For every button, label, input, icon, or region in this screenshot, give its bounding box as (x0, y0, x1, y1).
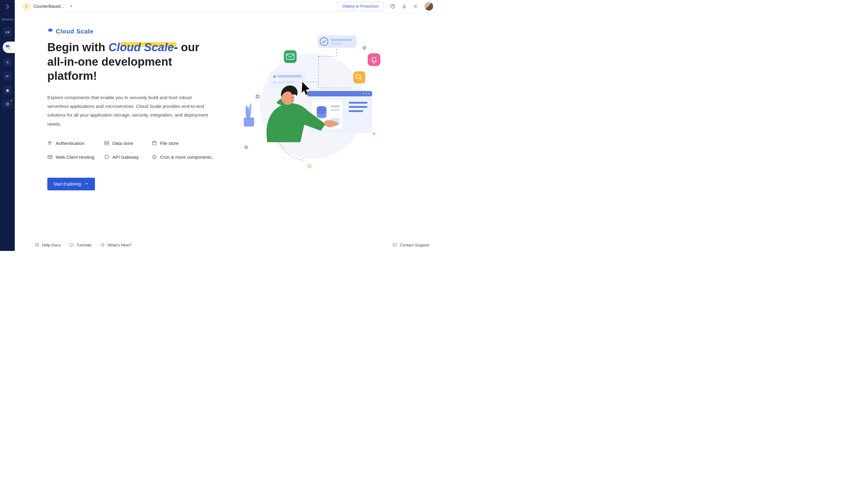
feature-webclient: Web Client Hosting (47, 154, 101, 160)
arrow-right-icon (84, 182, 89, 186)
chat-icon (392, 242, 397, 247)
footer-whats-new[interactable]: What's New? (100, 242, 131, 247)
sidebar-item-zia[interactable] (3, 86, 12, 95)
svg-rect-39 (331, 105, 340, 107)
footer-help-docs[interactable]: Help Docs (35, 242, 60, 247)
project-badge: C (23, 2, 30, 10)
feature-datastore: Data store (104, 140, 149, 146)
svg-rect-20 (331, 39, 352, 41)
sparkle-icon: ✦ (10, 99, 13, 102)
svg-rect-25 (353, 71, 365, 83)
sidebar-item-cloudscale[interactable] (0, 41, 15, 53)
svg-point-13 (106, 144, 106, 145)
feature-label: Authentication (56, 141, 84, 146)
sidebar-item-ai[interactable]: ✦ (3, 99, 12, 109)
hero-illustration (228, 28, 414, 233)
svg-point-49 (308, 165, 311, 168)
main-content: Cloud Scale Begin with Cloud Scale- our … (15, 13, 438, 239)
topbar: C CounterBasedAl… ▼ Deploy to Production (15, 0, 438, 13)
svg-point-1 (7, 62, 8, 63)
feature-label: Web Client Hosting (56, 155, 94, 160)
sidebar-item-develop[interactable] (3, 28, 12, 37)
footer-label: Help Docs (42, 243, 60, 247)
project-dropdown-icon[interactable]: ▼ (70, 4, 73, 8)
app-logo-icon[interactable] (4, 3, 11, 10)
svg-rect-10 (104, 141, 109, 143)
svg-rect-45 (244, 117, 254, 127)
cloudscale-nav-icon (3, 43, 12, 51)
deploy-button[interactable]: Deploy to Production (337, 2, 384, 11)
cloudscale-brand-icon (47, 28, 53, 35)
page-body: Explore components that enable you to se… (47, 93, 210, 129)
svg-rect-40 (331, 109, 340, 111)
svg-rect-44 (349, 110, 363, 112)
project-name[interactable]: CounterBasedAl… (33, 4, 67, 9)
start-exploring-button[interactable]: Start Exploring (47, 178, 95, 190)
feature-label: API Gateway (112, 155, 139, 160)
feature-label: File store (160, 141, 179, 146)
star-icon (100, 242, 105, 247)
footer-label: Contact Support (400, 243, 429, 247)
svg-rect-18 (317, 35, 356, 48)
brand-row: Cloud Scale (47, 28, 216, 35)
feature-grid: Authentication Data store File store Web… (47, 140, 216, 160)
svg-point-7 (415, 5, 417, 7)
sidebar: Services ✦ (0, 0, 15, 251)
user-icon (47, 140, 53, 146)
svg-rect-29 (278, 75, 302, 77)
sidebar-group-label: Services (1, 18, 13, 21)
svg-point-6 (392, 7, 393, 8)
sidebar-item-quickml[interactable] (3, 58, 12, 67)
gateway-icon (104, 154, 109, 160)
feature-authentication: Authentication (47, 140, 101, 146)
svg-point-35 (366, 93, 367, 94)
svg-point-34 (363, 93, 364, 94)
svg-rect-33 (307, 91, 372, 96)
content-column: Cloud Scale Begin with Cloud Scale- our … (47, 28, 216, 233)
svg-rect-11 (104, 143, 109, 145)
svg-rect-31 (278, 81, 294, 83)
feature-label: Data store (112, 141, 133, 146)
svg-rect-22 (284, 50, 297, 63)
svg-point-28 (274, 75, 276, 78)
clock-icon (152, 154, 157, 160)
svg-point-8 (48, 142, 50, 143)
footer: Help Docs Tutorials What's New? Contact … (15, 239, 438, 251)
help-icon[interactable] (390, 4, 395, 9)
book-icon (35, 242, 40, 247)
monitor-icon (69, 242, 74, 247)
feature-apigateway: API Gateway (104, 154, 149, 160)
user-avatar[interactable] (424, 2, 433, 11)
svg-point-9 (51, 142, 52, 143)
settings-icon[interactable] (413, 4, 418, 9)
footer-label: Tutorials (76, 243, 92, 247)
svg-rect-50 (70, 243, 73, 246)
svg-rect-51 (393, 243, 397, 246)
brand-name: Cloud Scale (56, 28, 94, 35)
browser-arrow-icon (47, 154, 53, 160)
feature-filestore: File store (152, 140, 216, 146)
headline-prefix: Begin with (47, 41, 109, 54)
footer-label: What's New? (108, 243, 131, 247)
page-headline: Begin with Cloud Scale- our all-in-one d… (47, 40, 210, 83)
svg-rect-42 (349, 102, 367, 104)
notifications-icon[interactable] (402, 4, 407, 9)
sidebar-item-pipelines[interactable] (3, 72, 12, 81)
server-icon (104, 140, 109, 146)
cta-label: Start Exploring (53, 182, 81, 186)
svg-rect-43 (349, 106, 367, 108)
box-icon (152, 140, 157, 146)
feature-cron: Cron & more components.. (152, 154, 216, 160)
svg-point-12 (106, 142, 106, 142)
svg-point-47 (292, 97, 292, 98)
svg-rect-14 (153, 142, 156, 145)
svg-point-30 (274, 81, 276, 84)
feature-label: Cron & more components.. (160, 155, 214, 160)
svg-rect-21 (331, 43, 343, 45)
svg-rect-27 (270, 71, 306, 88)
footer-tutorials[interactable]: Tutorials (69, 242, 92, 247)
sidebar-divider (4, 13, 12, 14)
headline-accent: Cloud Scale (109, 41, 174, 54)
svg-rect-48 (256, 95, 259, 98)
footer-contact-support[interactable]: Contact Support (392, 242, 429, 247)
